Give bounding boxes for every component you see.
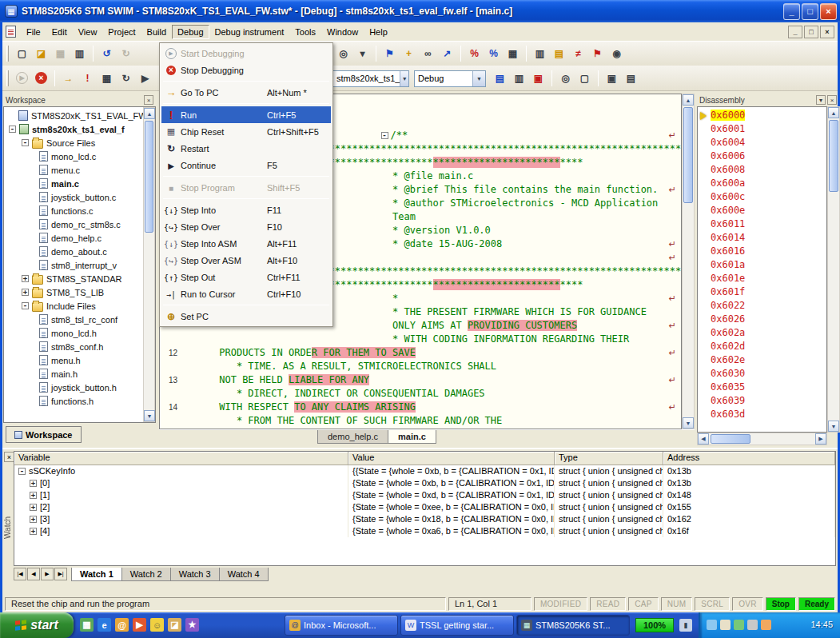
find-in-files-button[interactable]: ◎ <box>556 70 575 87</box>
editor-scrollbar[interactable]: ▲ ▼ <box>682 94 695 429</box>
tree-item[interactable]: stm8_interrupt_v <box>4 258 155 272</box>
volume-tray-icon[interactable] <box>720 620 731 630</box>
disassembly-row[interactable]: 0x6022 <box>698 299 826 313</box>
disassembly-list[interactable]: 0x6000 0x6001 0x6004 0x6006 <box>697 106 827 433</box>
debug-menu-item[interactable]: Step Into ASM Alt+F11 <box>161 235 331 252</box>
flags-button[interactable]: ⚑ <box>588 45 607 62</box>
zoom-in-button[interactable]: % <box>465 45 484 62</box>
watch-row[interactable]: [4] {State = {whole = 0xa6, b = {CALIBRA… <box>14 525 835 537</box>
debug-menu-item[interactable]: Step Over ASM Alt+F10 <box>161 252 331 269</box>
watch-expander[interactable] <box>30 528 37 535</box>
inspect-button[interactable]: + <box>400 45 418 62</box>
tree-item[interactable]: demo_help.c <box>4 231 155 245</box>
chevron-down-icon[interactable]: ▼ <box>400 71 408 86</box>
menu-item[interactable]: Build <box>141 25 172 39</box>
disassembly-row[interactable]: 0x6011 <box>698 217 826 231</box>
compare-files-button[interactable]: ≠ <box>569 45 587 62</box>
tree-item[interactable]: menu.c <box>4 163 155 177</box>
mdi-restore-button[interactable]: □ <box>804 26 818 38</box>
taskbar-task-button[interactable]: W TSSL getting star... <box>400 615 514 636</box>
print-preview-button[interactable]: ▥ <box>531 45 549 62</box>
tree-expander[interactable] <box>22 302 29 309</box>
menu-item[interactable]: Debug <box>172 25 209 39</box>
watch-column-header[interactable]: Address <box>663 452 835 465</box>
watch-tab[interactable]: Watch 2 <box>121 568 171 581</box>
maximize-button[interactable]: □ <box>802 3 818 20</box>
debug-menu-item[interactable]: Continue F5 <box>161 157 331 173</box>
disassembly-row[interactable]: 0x602a <box>698 326 826 340</box>
window-select-button[interactable]: ▢ <box>575 70 594 87</box>
menu-item[interactable]: Help <box>364 25 393 39</box>
tree-expander[interactable] <box>22 289 29 296</box>
disassembly-row[interactable]: 0x602e <box>698 353 826 367</box>
tree-item[interactable]: stm8_tsl_rc_conf <box>4 313 155 326</box>
output-pane-button[interactable]: ▣ <box>603 70 621 87</box>
disassembly-row[interactable]: 0x602d <box>698 340 826 353</box>
tree-expander[interactable] <box>22 275 29 282</box>
debug-menu-item[interactable]: Step Over F10 <box>161 218 331 235</box>
quick-launch-explorer-icon[interactable]: ◪ <box>168 618 181 632</box>
tree-item[interactable]: STM8S_STANDAR <box>4 272 155 285</box>
disassembly-row[interactable]: 0x600a <box>698 177 826 190</box>
tree-item[interactable]: joystick_button.h <box>4 381 155 394</box>
tree-item[interactable]: stm8s_conf.h <box>4 340 155 353</box>
stop-build-button[interactable]: ▣ <box>529 70 547 87</box>
tree-item[interactable]: mono_lcd.c <box>4 150 155 163</box>
disassembly-row[interactable]: 0x6016 <box>698 245 826 258</box>
watch-column-header[interactable]: Value <box>348 452 555 465</box>
workspace-tab[interactable]: Workspace <box>6 426 82 443</box>
watch-column-header[interactable]: Variable <box>14 452 348 465</box>
disassembly-row[interactable]: 0x6030 <box>698 367 826 381</box>
quick-launch-show-desktop-icon[interactable]: ▦ <box>80 618 94 632</box>
goto-pc-button[interactable]: → <box>59 70 78 87</box>
tree-item[interactable]: demo_rc_stm8s.c <box>4 217 155 231</box>
tree-item[interactable]: main.h <box>4 367 155 381</box>
editor-tab[interactable]: demo_help.c <box>317 430 388 444</box>
minimize-button[interactable]: _ <box>783 3 800 20</box>
run-button[interactable]: ! <box>78 70 97 87</box>
configuration-combo[interactable]: Debug ▼ <box>414 70 486 87</box>
watch-tab[interactable]: Watch 4 <box>219 568 269 581</box>
menu-item[interactable]: Tools <box>289 25 321 39</box>
menu-item[interactable]: Window <box>321 25 364 39</box>
antivirus-tray-icon[interactable] <box>734 620 744 630</box>
workspace-pane-button[interactable]: ▤ <box>622 70 640 87</box>
scroll-down-icon[interactable]: ▼ <box>828 421 839 432</box>
debug-menu-item[interactable]: Restart <box>161 140 331 157</box>
quick-launch-outlook-icon[interactable]: @ <box>115 618 129 632</box>
watch-tab[interactable]: Watch 1 <box>71 568 122 581</box>
disassembly-vertical-scrollbar[interactable]: ▲ ▼ <box>827 106 840 433</box>
disassembly-row[interactable]: 0x600c <box>698 190 826 204</box>
chip-reset-button[interactable]: ▦ <box>98 70 116 87</box>
start-debugging-button[interactable]: ▶ <box>16 72 28 84</box>
history-dropdown-button[interactable]: ▾ <box>353 45 372 62</box>
debug-menu-item[interactable]: Step Into F11 <box>161 201 331 218</box>
menu-item[interactable]: Edit <box>46 25 73 39</box>
tree-item[interactable]: demo_about.c <box>4 245 155 258</box>
debug-menu-item[interactable]: Chip Reset Ctrl+Shift+F5 <box>161 123 331 140</box>
disassembly-row[interactable]: 0x6006 <box>698 150 826 163</box>
stop-debugging-button[interactable]: × <box>35 72 47 84</box>
usb-device-tray-icon[interactable] <box>747 620 758 630</box>
watch-expander[interactable] <box>30 516 37 523</box>
undo-button[interactable]: ↺ <box>98 45 116 62</box>
rebuild-all-button[interactable]: ▥ <box>510 70 528 87</box>
save-file-button[interactable]: ▦ <box>51 45 70 62</box>
chevron-down-icon[interactable]: ▼ <box>472 71 485 86</box>
debug-menu-item[interactable]: Go To PC Alt+Num * <box>161 84 331 101</box>
tree-item[interactable]: STM8S20xK_TS1_EVAL_FW.stw <box>4 109 155 122</box>
scroll-up-icon[interactable]: ▲ <box>144 108 155 119</box>
disassembly-row[interactable]: 0x603d <box>698 408 826 421</box>
taskbar-task-button[interactable]: ▦ STM8S205K6 ST... <box>516 615 630 636</box>
disassembly-close-button[interactable]: × <box>827 95 837 105</box>
watch-expander[interactable] <box>30 492 37 499</box>
debug-menu-item[interactable]: Start Debugging <box>161 45 331 62</box>
last-watch-tab-button[interactable]: ▶| <box>54 568 67 580</box>
navigate-button[interactable]: ◎ <box>334 45 352 62</box>
scroll-thumb[interactable] <box>145 121 153 233</box>
disassembly-row[interactable]: 0x6014 <box>698 231 826 245</box>
disassembly-row[interactable]: 0x601a <box>698 258 826 272</box>
toggle-bookmark-button[interactable]: ⚑ <box>380 45 399 62</box>
start-button[interactable]: start <box>0 612 74 638</box>
watch-expander[interactable] <box>30 480 37 487</box>
